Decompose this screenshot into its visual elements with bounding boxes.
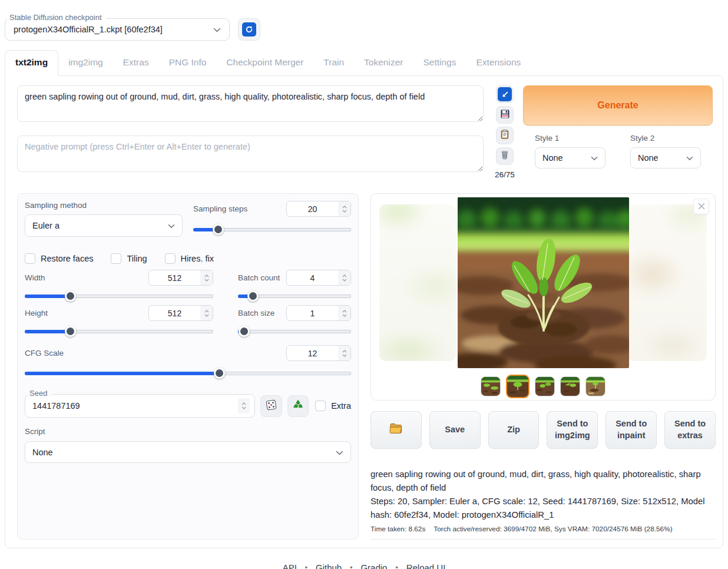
generate-button[interactable]: Generate — [523, 85, 713, 125]
stepper-arrows[interactable] — [238, 398, 250, 413]
generation-info-prompt: green sapling rowing out of ground, mud,… — [370, 468, 712, 495]
footer-links: API•Github•Gradio•Reload UI — [5, 563, 723, 569]
close-icon — [698, 201, 705, 212]
gallery-thumbnail-5[interactable] — [585, 376, 605, 396]
negative-prompt-input[interactable] — [17, 135, 484, 172]
footer-link-reload-ui[interactable]: Reload UI — [406, 563, 446, 569]
stepper-arrows[interactable] — [338, 201, 350, 216]
style2-dropdown[interactable]: None — [630, 147, 701, 168]
send-to-extras-button[interactable]: Send to extras — [664, 411, 716, 449]
gallery-thumbnail-3[interactable] — [535, 376, 555, 396]
sampling-method-dropdown[interactable]: Euler a — [25, 214, 183, 237]
batch-size-slider[interactable] — [238, 326, 351, 337]
width-label: Width — [25, 273, 45, 282]
checkbox-box[interactable] — [315, 401, 326, 411]
close-gallery-button[interactable] — [693, 199, 709, 214]
style1-dropdown[interactable]: None — [535, 147, 605, 168]
send-to-img2img-button[interactable]: Send to img2img — [547, 411, 598, 449]
slider-handle[interactable] — [65, 326, 76, 337]
gallery-thumbnail-2-selected[interactable] — [506, 375, 530, 398]
sampling-steps-input[interactable]: 20 — [286, 201, 351, 217]
batch-size-input[interactable]: 1 — [286, 305, 351, 321]
generated-image[interactable] — [458, 197, 629, 368]
refresh-checkpoint-button[interactable] — [238, 18, 260, 41]
tab-tokenizer[interactable]: Tokenizer — [354, 51, 413, 75]
height-slider[interactable] — [25, 326, 213, 337]
checkpoint-header: Stable Diffusion checkpoint protogenX34O… — [5, 13, 723, 41]
checkbox-box[interactable] — [165, 253, 176, 264]
tab-txt2img[interactable]: txt2img — [5, 50, 58, 76]
checkbox-box[interactable] — [111, 253, 121, 264]
gallery-thumbnail-1[interactable] — [481, 376, 501, 396]
stepper-arrows[interactable] — [338, 346, 350, 360]
seed-input[interactable]: Seed 1441787169 — [25, 394, 255, 418]
stepper-arrows[interactable] — [338, 270, 350, 285]
slider-handle[interactable] — [213, 224, 224, 235]
zip-button[interactable]: Zip — [488, 411, 540, 449]
open-folder-button[interactable] — [370, 411, 422, 449]
prompt-input[interactable]: green sapling rowing out of ground, mud,… — [17, 85, 484, 122]
footer-link-api[interactable]: API — [283, 563, 297, 569]
save-button[interactable]: Save — [429, 411, 481, 449]
cfg-slider[interactable] — [25, 368, 351, 379]
height-label: Height — [25, 309, 48, 317]
footer-link-gradio[interactable]: Gradio — [360, 563, 387, 569]
height-group: Height 512 — [25, 305, 213, 337]
folder-icon — [389, 422, 403, 438]
height-input[interactable]: 512 — [148, 305, 213, 321]
slider-handle[interactable] — [65, 290, 76, 302]
cfg-input[interactable]: 12 — [286, 345, 351, 361]
extra-seed-checkbox[interactable]: Extra — [315, 401, 351, 411]
chevron-down-icon — [168, 221, 175, 230]
batch-count-input[interactable]: 4 — [286, 270, 351, 286]
cfg-value: 12 — [287, 346, 338, 360]
slider-handle[interactable] — [214, 368, 225, 379]
clear-prompt-button[interactable] — [496, 147, 514, 165]
tab-png-info[interactable]: PNG Info — [159, 51, 217, 75]
clipboard-icon — [499, 129, 510, 142]
generate-column: Generate Style 1 None Style 2 None — [523, 85, 713, 179]
hires-fix-checkbox[interactable]: Hires. fix — [165, 253, 214, 264]
copy-params-button[interactable] — [496, 127, 514, 144]
slider-handle[interactable] — [239, 326, 250, 337]
width-slider[interactable] — [25, 291, 213, 302]
generation-meta: Time taken: 8.62s Torch active/reserved:… — [370, 525, 716, 540]
tab-extras[interactable]: Extras — [113, 51, 159, 75]
slider-handle[interactable] — [247, 290, 259, 302]
stepper-arrows[interactable] — [200, 306, 213, 320]
main-row: Sampling method Euler a Sampling steps 2… — [17, 193, 716, 540]
tab-settings[interactable]: Settings — [413, 51, 466, 75]
tiling-label: Tiling — [127, 254, 147, 263]
checkbox-box[interactable] — [25, 253, 35, 264]
save-style-button[interactable] — [496, 106, 514, 124]
random-seed-button[interactable] — [260, 395, 282, 417]
tab-checkpoint-merger[interactable]: Checkpoint Merger — [216, 51, 313, 75]
chevron-down-icon — [336, 448, 343, 457]
tab-extensions[interactable]: Extensions — [466, 51, 531, 75]
batch-count-slider[interactable] — [238, 291, 351, 302]
paste-generation-params-button[interactable] — [496, 85, 514, 103]
tab-img2img[interactable]: img2img — [58, 51, 113, 75]
tab-train[interactable]: Train — [313, 51, 354, 75]
sampling-method-group: Sampling method Euler a — [25, 201, 183, 237]
footer-link-github[interactable]: Github — [316, 563, 342, 569]
width-value: 512 — [149, 270, 200, 285]
gallery-adjacent-image-right — [628, 204, 707, 361]
sampling-row: Sampling method Euler a Sampling steps 2… — [25, 201, 351, 237]
time-taken: Time taken: 8.62s — [370, 525, 425, 533]
reuse-seed-button[interactable] — [287, 395, 309, 417]
stepper-arrows[interactable] — [338, 306, 350, 320]
floppy-icon — [499, 108, 511, 122]
app-root: Stable Diffusion checkpoint protogenX34O… — [0, 0, 728, 569]
send-to-inpaint-button[interactable]: Send to inpaint — [605, 411, 657, 449]
width-input[interactable]: 512 — [148, 270, 213, 286]
gallery-thumbnail-4[interactable] — [560, 376, 580, 396]
sampling-steps-slider[interactable] — [193, 224, 351, 235]
stepper-arrows[interactable] — [200, 270, 213, 285]
restore-faces-checkbox[interactable]: Restore faces — [25, 253, 93, 264]
checkpoint-dropdown[interactable]: Stable Diffusion checkpoint protogenX34O… — [5, 18, 230, 41]
script-dropdown[interactable]: None — [25, 441, 351, 463]
separator-dot: • — [387, 564, 406, 569]
sampling-method-label: Sampling method — [25, 201, 183, 210]
tiling-checkbox[interactable]: Tiling — [111, 253, 147, 264]
